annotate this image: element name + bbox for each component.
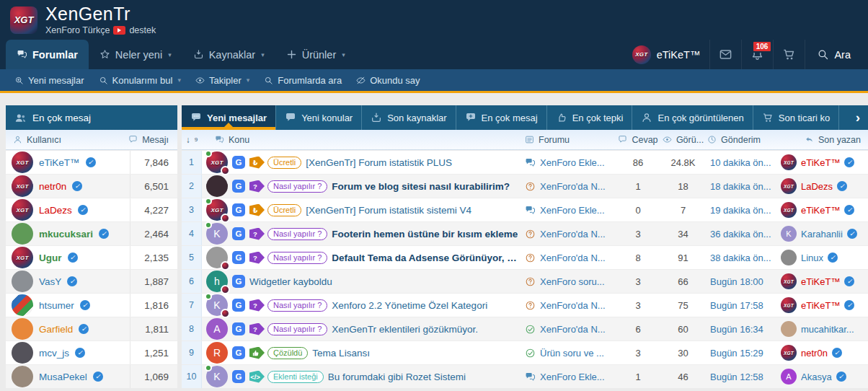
avatar[interactable]: XGT	[781, 345, 797, 361]
top-poster-row[interactable]: XGTUgur✓2,135	[6, 245, 177, 269]
forum-link[interactable]: XenForo soru...	[540, 276, 605, 287]
topic-title-link[interactable]: Bu forumdaki gibi Rozet Sistemi	[328, 372, 466, 382]
avatar[interactable]: XGT	[781, 154, 797, 170]
username-link[interactable]: mkucuksari	[39, 229, 93, 240]
tab-yeni-mesajlar[interactable]: Yeni mesajlar	[182, 105, 276, 130]
topic-title-link[interactable]: Footerin hemen üstüne bir kısım ekleme	[332, 229, 518, 240]
tab-yeni-konular[interactable]: Yeni konular	[276, 105, 362, 130]
topic-row[interactable]: 9RGÇözüldüTema LisansıÜrün soru ve ...33…	[182, 341, 868, 364]
top-poster-row[interactable]: XGTnetr0n✓6,501	[6, 174, 177, 198]
avatar[interactable]: XGT	[12, 199, 33, 221]
site-logo[interactable]: XGT	[10, 6, 37, 34]
topic-row[interactable]: 1XGTG₺Ücretli[XenGenTr] Forum istatistik…	[182, 150, 868, 174]
post-time-link[interactable]: Bugün 12:58	[710, 372, 763, 382]
avatar[interactable]: K	[206, 223, 228, 245]
nav-item-kaynaklar[interactable]: Kaynaklar▾	[182, 40, 275, 69]
topic-title-link[interactable]: Forum ve blog sitesi nasıl kurabilirim?	[332, 181, 510, 192]
avatar[interactable]	[12, 271, 33, 292]
last-poster-link[interactable]: LaDezs	[801, 181, 833, 192]
subnav-item-forumlarda-ara[interactable]: Forumlarda ara	[257, 69, 349, 91]
last-poster-link[interactable]: eTiKeT™	[801, 276, 840, 287]
forum-link[interactable]: XenForo'da N...	[540, 300, 606, 311]
topic-label[interactable]: Ücretli	[267, 204, 301, 216]
avatar[interactable]: XGT	[781, 202, 797, 218]
avatar[interactable]	[12, 223, 33, 245]
forum-link[interactable]: XenForo'da N...	[540, 181, 606, 192]
username-link[interactable]: VasY	[39, 276, 61, 287]
topic-title-link[interactable]: XenGenTr eklentileri gözükmüyor.	[332, 324, 478, 335]
post-time-link[interactable]: 36 dakika ön...	[710, 229, 771, 240]
topic-title-link[interactable]: [XenGenTr] Forum istatistik sistemi V4	[306, 205, 471, 216]
topic-title-link[interactable]: Default Tema da Adsense Görünüyor, Diğer…	[332, 252, 519, 263]
tabs-scroll-next-button[interactable]: ›	[848, 105, 868, 130]
forum-link[interactable]: XenForo Ekle...	[540, 372, 605, 382]
topic-row[interactable]: 7KG?Nasıl yapılır ?Xenforo 2.2 Yönetime …	[182, 293, 868, 317]
top-poster-row[interactable]: VasY✓1,887	[6, 269, 177, 293]
top-poster-row[interactable]: mcv_js✓1,251	[6, 341, 177, 364]
post-time-link[interactable]: Bugün 17:58	[710, 300, 763, 311]
topic-title-link[interactable]: Widgetler kayboldu	[249, 276, 332, 287]
forum-link[interactable]: XenForo'da N...	[540, 229, 606, 240]
inbox-button[interactable]	[709, 40, 741, 69]
top-poster-row[interactable]: XGTLaDezs✓4,227	[6, 198, 177, 221]
post-time-link[interactable]: 18 dakika ön...	[710, 181, 771, 192]
topic-title-link[interactable]: [XenGenTr] Forum istatistik PLUS	[306, 157, 452, 168]
nav-item-neler-yeni[interactable]: Neler yeni▾	[89, 40, 182, 69]
avatar[interactable]: K	[206, 294, 228, 316]
topic-label[interactable]: Nasıl yapılır ?	[267, 180, 327, 193]
forum-link[interactable]: XenForo Ekle...	[540, 157, 605, 168]
username-link[interactable]: eTiKeT™	[39, 157, 80, 168]
top-poster-row[interactable]: mkucuksari✓2,464	[6, 221, 177, 245]
avatar[interactable]: A	[206, 318, 228, 340]
avatar[interactable]: XGT	[781, 297, 797, 313]
topic-row[interactable]: 2G?Nasıl yapılır ?Forum ve blog sitesi n…	[182, 174, 868, 198]
cart-button[interactable]	[773, 40, 805, 69]
subnav-item-okundu-say[interactable]: Okundu say	[349, 69, 427, 91]
nav-item-forumlar[interactable]: Forumlar	[6, 40, 89, 69]
top-poster-row[interactable]: Garfield✓1,811	[6, 317, 177, 341]
topic-row[interactable]: 3XGTG₺Ücretli[XenGenTr] Forum istatistik…	[182, 198, 868, 221]
topic-row[interactable]: 6hGWidgetler kaybolduXenForo soru...366B…	[182, 269, 868, 293]
topic-row[interactable]: 8AG?Nasıl yapılır ?XenGenTr eklentileri …	[182, 317, 868, 341]
avatar[interactable]: XGT	[206, 199, 228, 221]
avatar[interactable]	[12, 366, 33, 387]
last-poster-link[interactable]: eTiKeT™	[801, 205, 840, 216]
avatar[interactable]	[781, 321, 797, 337]
post-time-link[interactable]: 19 dakika ön...	[710, 205, 771, 216]
forum-link[interactable]: Ürün soru ve ...	[540, 348, 604, 359]
forum-link[interactable]: XenForo Ekle...	[540, 205, 605, 216]
avatar[interactable]: XGT	[12, 175, 33, 197]
avatar[interactable]: A	[781, 369, 797, 385]
post-time-link[interactable]: 38 dakika ön...	[710, 252, 771, 263]
top-poster-row[interactable]: XGTeTiKeT™✓7,846	[6, 150, 177, 174]
avatar[interactable]: h	[206, 271, 228, 292]
avatar[interactable]	[12, 318, 33, 340]
subnav-item-yeni-mesajlar[interactable]: Yeni mesajlar	[7, 69, 92, 91]
topic-label[interactable]: Çözüldü	[267, 347, 308, 359]
topic-label[interactable]: Nasıl yapılır ?	[267, 323, 327, 335]
topic-title-link[interactable]: Tema Lisansı	[312, 348, 370, 359]
tab-son-ticari-ko[interactable]: Son ticari ko	[753, 105, 840, 130]
last-poster-link[interactable]: eTiKeT™	[801, 300, 840, 311]
avatar[interactable]	[12, 294, 33, 316]
username-link[interactable]: Garfield	[39, 324, 73, 335]
post-time-link[interactable]: Bugün 18:00	[710, 276, 763, 287]
topic-label[interactable]: Nasıl yapılır ?	[267, 252, 327, 264]
avatar[interactable]: XGT	[781, 273, 797, 289]
topic-label[interactable]: Nasıl yapılır ?	[267, 299, 327, 312]
username-link[interactable]: htsumer	[39, 300, 74, 311]
topic-row[interactable]: 10KG</>Eklenti isteğiBu forumdaki gibi R…	[182, 364, 868, 388]
tab-son-kaynaklar[interactable]: Son kaynaklar	[362, 105, 456, 130]
post-time-link[interactable]: Bugün 15:29	[710, 348, 763, 359]
alerts-button[interactable]: 106	[741, 40, 773, 69]
last-poster-link[interactable]: Karahanlii	[801, 229, 843, 240]
username-link[interactable]: Ugur	[39, 252, 62, 263]
avatar[interactable]: XGT	[206, 151, 228, 173]
sort-numeric-icon[interactable]: ↓9	[182, 135, 202, 145]
subnav-item-konularımı-bul[interactable]: Konularımı bul▾	[92, 69, 188, 91]
subnav-item-takipler[interactable]: Takipler▾	[188, 69, 257, 91]
post-time-link[interactable]: 10 dakika ön...	[710, 157, 771, 168]
tab-en-çok-tepki[interactable]: En çok tepki	[547, 105, 633, 130]
avatar[interactable]: R	[206, 342, 228, 364]
topic-row[interactable]: 5G?Nasıl yapılır ?Default Tema da Adsens…	[182, 245, 868, 269]
